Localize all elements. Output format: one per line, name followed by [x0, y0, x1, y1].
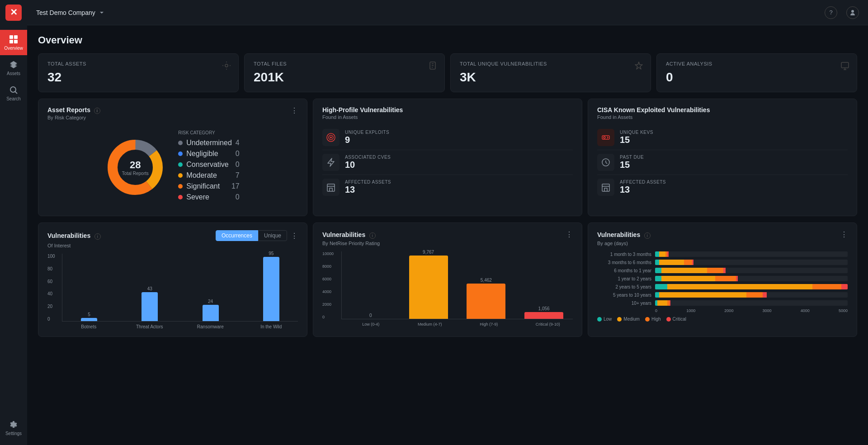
hbar-row-label: 1 year to 2 years: [597, 276, 651, 281]
priority-bar: [524, 312, 563, 319]
hbar-segment: [670, 300, 670, 306]
info-icon[interactable]: i: [369, 232, 376, 239]
vuln-item: AFFECTED ASSETS 13: [597, 175, 848, 199]
x-label: Botnets: [62, 324, 116, 329]
legend-item: High: [645, 317, 661, 322]
hbar-segment: [841, 284, 848, 289]
panel-title: Asset Reports i: [47, 106, 100, 114]
main-cards-row: Asset Reports i By Risk Category ⋮: [38, 99, 857, 216]
vuln-interest-panel: Vulnerabilities i Occurrences Unique ⋮ O…: [38, 222, 307, 337]
hbar-segment: [763, 292, 767, 298]
svg-text:✕: ✕: [10, 7, 18, 17]
hbar-row-label: 1 month to 3 months: [597, 252, 651, 257]
y-axis-priority: 10000 8000 6000 4000 2000 0: [322, 251, 341, 319]
x-tick: 3000: [763, 308, 772, 313]
x-tick: 4000: [801, 308, 810, 313]
legend-dot: [617, 317, 622, 322]
priority-bar-group: 5,462: [462, 278, 511, 319]
priority-bars: 0 9,767 5,462 1,056: [341, 251, 573, 319]
donut-chart: 28 Total Reports: [106, 138, 165, 197]
stat-label: TOTAL FILES: [254, 61, 435, 66]
company-selector[interactable]: Test Demo Company: [36, 9, 104, 16]
legend-item: Moderate 7: [178, 171, 239, 180]
legend-dot: [645, 317, 650, 322]
legend-item: Severe 0: [178, 193, 239, 201]
user-button[interactable]: [846, 6, 859, 19]
age-bar-row: 2 years to 5 years: [597, 284, 848, 289]
hbar-segment: [684, 260, 692, 265]
kev-icon: [597, 129, 614, 146]
panel-title: High-Profile Vulnerabilities: [322, 106, 573, 114]
info-icon[interactable]: i: [644, 232, 651, 239]
stats-row: TOTAL ASSETS 32 TOTAL FILES 201K TOTAL U…: [38, 53, 857, 92]
priority-x-label: Low (0-4): [346, 322, 396, 327]
menu-icon[interactable]: ⋮: [291, 106, 298, 115]
hbar-segment: [655, 292, 659, 298]
hbar-track: [655, 292, 848, 298]
asset-reports-panel: Asset Reports i By Risk Category ⋮: [38, 99, 307, 216]
age-bar-row: 3 months to 6 months: [597, 260, 848, 265]
bar: [203, 305, 219, 321]
x-label: Ransomware: [184, 324, 237, 329]
hbar-track: [655, 251, 848, 257]
sidebar-item-assets[interactable]: Assets: [0, 55, 27, 80]
grid-icon: [9, 34, 19, 44]
hbar-segment: [655, 268, 661, 273]
bolt-icon: [322, 154, 340, 171]
stat-icon: [222, 61, 231, 72]
svg-point-17: [330, 137, 332, 138]
age-bar-row: 6 months to 1 year: [597, 268, 848, 273]
stat-value: 3K: [460, 70, 642, 85]
info-icon[interactable]: i: [94, 108, 100, 114]
menu-icon[interactable]: ⋮: [840, 230, 848, 239]
bar: [263, 257, 279, 322]
hbar-segment: [657, 300, 668, 306]
svg-point-6: [10, 87, 16, 92]
stat-card-vulns: TOTAL UNIQUE VULNERABILITIES 3K: [450, 53, 651, 92]
layers-icon: [9, 60, 19, 70]
menu-icon[interactable]: ⋮: [291, 232, 298, 240]
bar-chart-container: 100 80 60 40 20 0 5 43 24 95 BotnetsThre…: [47, 254, 298, 329]
svg-rect-4: [9, 40, 13, 43]
age-bar-row: 5 years to 10 years: [597, 292, 848, 298]
stat-label: TOTAL ASSETS: [47, 61, 229, 66]
legend-dot: [178, 173, 183, 178]
sidebar-item-search[interactable]: Search: [0, 80, 27, 106]
sidebar-item-label: Overview: [4, 46, 23, 51]
building-icon: [322, 179, 340, 196]
panel-subtitle: By age (days): [597, 241, 848, 246]
sidebar-item-settings[interactable]: Settings: [0, 415, 27, 440]
legend-dot: [178, 184, 183, 189]
chart-legend: Low Medium High Critical: [597, 317, 848, 322]
gear-icon: [9, 420, 19, 430]
age-bar-row: 10+ years: [597, 300, 848, 306]
clock-icon: [597, 154, 614, 171]
tab-unique[interactable]: Unique: [258, 230, 287, 241]
sidebar-item-overview[interactable]: Overview: [0, 30, 27, 55]
legend-dot: [666, 317, 671, 322]
search-icon: [9, 85, 19, 95]
hbar-segment: [661, 268, 707, 273]
info-icon[interactable]: i: [94, 233, 101, 240]
hbar-track: [655, 284, 848, 289]
svg-point-20: [604, 137, 605, 138]
tab-occurrences[interactable]: Occurrences: [216, 230, 258, 241]
hbar-segment: [655, 284, 667, 289]
vuln-item: AFFECTED ASSETS 13: [322, 175, 573, 199]
logo[interactable]: ✕: [5, 5, 22, 21]
menu-icon[interactable]: ⋮: [566, 230, 573, 239]
legend-dot: [178, 162, 183, 167]
bottom-row: Vulnerabilities i Occurrences Unique ⋮ O…: [38, 222, 857, 337]
vuln-item: UNIQUE KEVS 15: [597, 125, 848, 150]
stat-value: 0: [666, 70, 848, 85]
sidebar: ✕ Overview Assets Search: [0, 0, 27, 445]
legend-item: Medium: [617, 317, 640, 322]
cisa-panel: CISA Known Exploited Vulnerabilities Fou…: [588, 99, 857, 216]
hbar-segment: [746, 292, 763, 298]
legend-items: Undetermined 4 Negligible 0 Conservative…: [178, 139, 239, 201]
priority-chart-container: 10000 8000 6000 4000 2000 0 0 9,767 5,46…: [322, 251, 573, 327]
x-axis-labels: BotnetsThreat ActorsRansomwareIn the Wil…: [47, 324, 298, 329]
help-button[interactable]: ?: [825, 6, 837, 19]
hbar-segment: [736, 276, 738, 281]
y-axis: 100 80 60 40 20 0: [47, 254, 62, 322]
